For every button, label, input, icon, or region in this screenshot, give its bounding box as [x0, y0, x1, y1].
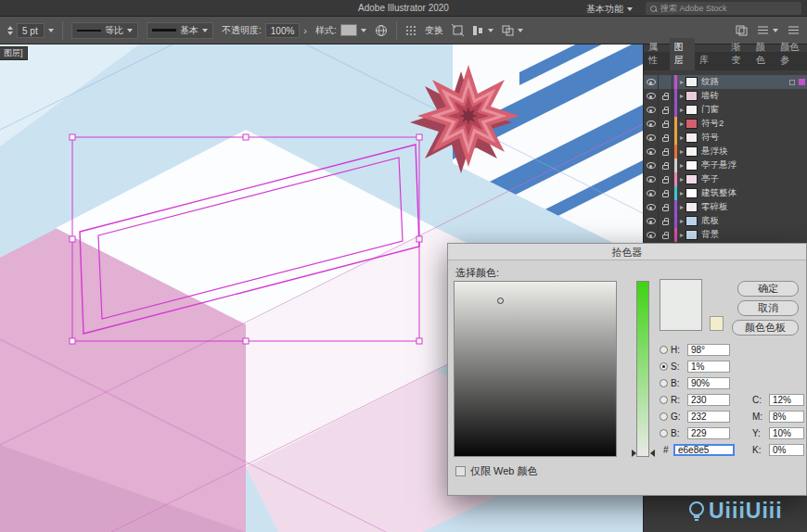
document-setup-globe-icon[interactable] [375, 24, 388, 37]
visibility-toggle[interactable] [644, 131, 659, 145]
s-field[interactable]: 1% [687, 361, 730, 373]
layer-name[interactable]: 零碎板 [701, 201, 805, 213]
stock-search[interactable]: 搜索 Adobe Stock [646, 2, 801, 15]
visibility-toggle[interactable] [644, 158, 659, 172]
layer-name[interactable]: 纹路 [701, 76, 789, 88]
ok-button[interactable]: 确定 [737, 281, 799, 297]
layer-thumbnail[interactable] [685, 216, 698, 226]
disclosure-arrow-icon[interactable]: ▸ [680, 161, 684, 170]
stroke-weight-value[interactable]: 5 pt [17, 23, 45, 38]
web-colors-checkbox-row[interactable]: 仅限 Web 颜色 [455, 464, 538, 478]
r-field[interactable]: 230 [687, 394, 730, 406]
layer-row[interactable]: ▸ 零碎板 [644, 200, 807, 214]
b-field[interactable]: 90% [687, 377, 730, 389]
free-transform-icon[interactable] [452, 24, 464, 36]
layer-name[interactable]: 背景 [701, 229, 805, 241]
lock-toggle[interactable] [659, 103, 672, 117]
radio-h[interactable] [660, 346, 668, 354]
color-picker-dialog[interactable]: 拾色器 选择颜色: [447, 243, 807, 496]
lock-toggle[interactable] [659, 89, 672, 103]
radio-r[interactable] [660, 396, 668, 404]
brush-definition-dropdown[interactable]: 基本 [147, 22, 213, 39]
slider-arrow-icon[interactable] [650, 450, 655, 457]
torn-panel-tab[interactable]: 图层] [0, 46, 28, 60]
chevron-down-icon[interactable] [361, 29, 366, 32]
layer-thumbnail[interactable] [685, 202, 698, 212]
layer-row[interactable]: ▸ 门窗 [644, 103, 807, 117]
screen-mode-dropdown[interactable] [757, 25, 778, 35]
layer-thumbnail[interactable] [685, 230, 698, 240]
layer-thumbnail[interactable] [685, 133, 698, 143]
visibility-toggle[interactable] [644, 186, 659, 200]
layer-thumbnail[interactable] [685, 77, 698, 87]
grid-options-icon[interactable] [405, 25, 416, 36]
radio-b2[interactable] [660, 429, 668, 437]
disclosure-arrow-icon[interactable]: ▸ [680, 203, 684, 211]
layer-name[interactable]: 门窗 [701, 104, 805, 116]
layer-thumbnail[interactable] [685, 146, 698, 157]
layer-row[interactable]: ▸ 纹路 [644, 75, 807, 89]
visibility-toggle[interactable] [644, 117, 659, 131]
layer-name[interactable]: 建筑整体 [701, 187, 805, 199]
visibility-toggle[interactable] [644, 145, 659, 158]
lock-toggle[interactable] [659, 172, 672, 186]
layer-name[interactable]: 墙砖 [701, 90, 805, 102]
width-profile-dropdown[interactable]: 等比 [71, 22, 138, 39]
disclosure-arrow-icon[interactable]: ▸ [680, 189, 684, 197]
tab-gradient[interactable]: 渐变 [726, 38, 751, 70]
layer-thumbnail[interactable] [685, 188, 698, 198]
dialog-title[interactable]: 拾色器 [448, 244, 806, 260]
layer-thumbnail[interactable] [685, 174, 698, 184]
stroke-weight-control[interactable]: 5 pt [7, 23, 54, 38]
layer-row[interactable]: ▸ 底板 [644, 214, 807, 228]
k-field[interactable]: 0% [769, 444, 804, 456]
style-swatch[interactable] [340, 24, 357, 36]
color-swatches-button[interactable]: 颜色色板 [732, 320, 799, 336]
chevron-right-icon[interactable]: › [303, 25, 307, 36]
layer-row[interactable]: ▸ 符号 [644, 131, 807, 145]
color-field-marker[interactable] [497, 298, 504, 304]
lock-toggle[interactable] [659, 158, 672, 172]
lock-toggle[interactable] [659, 186, 672, 200]
disclosure-arrow-icon[interactable]: ▸ [680, 78, 684, 86]
y-field[interactable]: 10% [769, 427, 804, 439]
hue-slider[interactable] [636, 281, 649, 457]
layer-row[interactable]: ▸ 建筑整体 [644, 186, 807, 200]
c-field[interactable]: 12% [769, 394, 804, 406]
target-indicator[interactable] [789, 80, 795, 85]
stepper-arrows-icon[interactable] [7, 26, 13, 35]
layer-name[interactable]: 悬浮块 [701, 146, 805, 158]
layer-row[interactable]: ▸ 背景 [644, 228, 807, 242]
disclosure-arrow-icon[interactable]: ▸ [680, 92, 684, 100]
lock-toggle[interactable] [659, 200, 672, 214]
g-field[interactable]: 232 [687, 411, 730, 423]
disclosure-arrow-icon[interactable]: ▸ [680, 147, 684, 156]
opacity-value[interactable]: 100% [265, 23, 301, 38]
workspace-switcher[interactable]: 基本功能 [586, 3, 633, 16]
tab-layers[interactable]: 图层 [670, 38, 696, 70]
radio-b[interactable] [660, 379, 668, 387]
visibility-toggle[interactable] [644, 214, 659, 228]
disclosure-arrow-icon[interactable]: ▸ [680, 120, 684, 128]
disclosure-arrow-icon[interactable]: ▸ [680, 106, 684, 114]
visibility-toggle[interactable] [644, 89, 659, 103]
align-dropdown[interactable] [472, 25, 493, 36]
visibility-toggle[interactable] [644, 75, 659, 89]
radio-g[interactable] [660, 412, 668, 421]
chevron-down-icon[interactable] [48, 29, 54, 32]
lock-toggle[interactable] [659, 75, 672, 89]
disclosure-arrow-icon[interactable]: ▸ [680, 217, 684, 225]
cancel-button[interactable]: 取消 [737, 300, 799, 316]
lock-toggle[interactable] [659, 131, 672, 145]
h-field[interactable]: 98° [687, 344, 730, 356]
tab-libraries[interactable]: 库 [695, 51, 713, 70]
disclosure-arrow-icon[interactable]: ▸ [680, 175, 684, 184]
visibility-toggle[interactable] [644, 172, 659, 186]
layer-row[interactable]: ▸ 亭子悬浮 [644, 158, 807, 172]
color-field[interactable] [454, 281, 617, 457]
slider-arrow-icon[interactable] [632, 450, 636, 457]
layer-row[interactable]: ▸ 亭子 [644, 172, 807, 186]
visibility-toggle[interactable] [644, 228, 659, 242]
lock-toggle[interactable] [659, 145, 672, 158]
disclosure-arrow-icon[interactable]: ▸ [680, 133, 684, 142]
